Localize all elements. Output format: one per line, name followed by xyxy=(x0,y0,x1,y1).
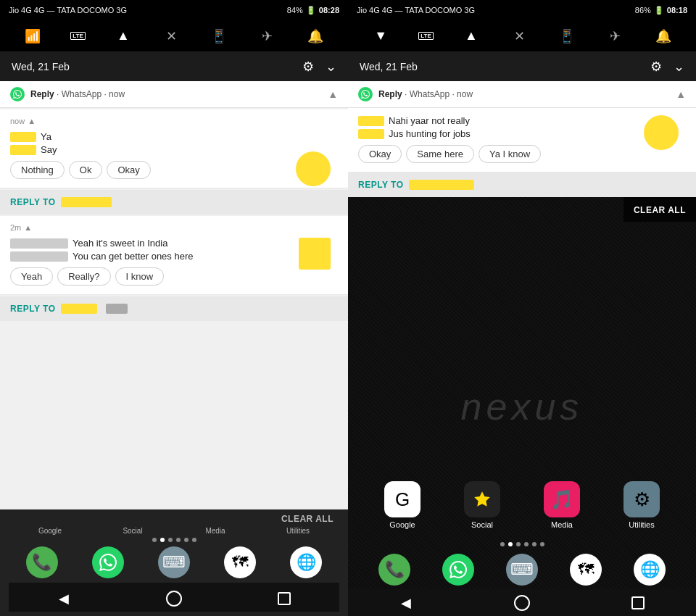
quick-reply-nothing[interactable]: Nothing xyxy=(10,161,65,179)
left-dock-apps[interactable]: 📞 ⌨ 🗺 🌐 xyxy=(9,546,339,578)
expand-icon[interactable]: ⌄ xyxy=(326,59,336,75)
left-quick-icons: 📶 LTE ▲ ✕ 📱 ✈ 🔔 xyxy=(0,20,348,52)
right-chevron-up-icon[interactable]: ▲ xyxy=(676,88,686,100)
left-dock-dots xyxy=(9,538,339,542)
dialer-app-icon[interactable]: ⌨ xyxy=(158,546,190,578)
dot-6 xyxy=(192,538,196,542)
right-notif1-quick-replies[interactable]: Okay Same here Ya I know xyxy=(358,145,686,163)
left-reply-to-bar-1[interactable]: REPLY TO xyxy=(0,190,348,215)
right-msg2-text: Jus hunting for jobs xyxy=(389,128,471,139)
right-clear-all-area[interactable]: CLEAR ALL xyxy=(624,197,696,222)
right-phone-icon[interactable]: 📞 xyxy=(378,554,410,586)
right-battery-icon: 🔋 xyxy=(654,6,664,15)
left-time: 08:28 xyxy=(319,6,339,14)
right-nav-bar[interactable]: ◀ xyxy=(348,588,696,616)
left-nav-bar[interactable]: ◀ xyxy=(9,583,339,612)
right-utilities-label: Utilities xyxy=(629,520,654,529)
right-quick-reply-yaiknow[interactable]: Ya I know xyxy=(478,145,541,163)
right-reply-to-bar[interactable]: REPLY TO xyxy=(348,172,696,197)
settings-icon[interactable]: ⚙ xyxy=(302,59,314,75)
signal-icon: ▲ xyxy=(113,28,133,43)
quick-reply-ok[interactable]: Ok xyxy=(69,161,103,179)
left-clear-all[interactable]: CLEAR ALL xyxy=(281,514,334,524)
bluetooth-off-icon: ✕ xyxy=(161,28,181,44)
left-notifications-area: Reply · WhatsApp · now ▲ now ▲ Ya xyxy=(0,81,348,509)
left-date-icons[interactable]: ⚙ ⌄ xyxy=(302,59,336,75)
right-home-media[interactable]: 🎵 Media xyxy=(544,481,580,529)
right-msg-row-1: Nahi yaar not really xyxy=(358,115,635,126)
right-clear-all-btn[interactable]: CLEAR ALL xyxy=(634,205,686,215)
quick-reply-yeah[interactable]: Yeah xyxy=(10,267,53,286)
right-notif1-header-text: Reply · WhatsApp · now xyxy=(378,89,670,99)
right-home-google[interactable]: G Google xyxy=(384,481,420,529)
left-notif1-card: now ▲ Ya Say Nothing Ok xyxy=(0,109,348,188)
left-notif2-avatar-big xyxy=(299,238,331,270)
left-reply-to-bar-2[interactable]: REPLY TO xyxy=(0,296,348,321)
right-back-button[interactable]: ◀ xyxy=(392,593,420,613)
recents-button-left[interactable] xyxy=(270,588,299,609)
right-home-utilities[interactable]: ⚙ Utilities xyxy=(624,481,660,529)
quick-reply-okay[interactable]: Okay xyxy=(107,161,150,179)
right-home-apps[interactable]: G Google Social 🎵 Media ⚙ Utilities xyxy=(348,481,696,529)
right-date-icons[interactable]: ⚙ ⌄ xyxy=(650,59,684,75)
chrome-app-icon[interactable]: 🌐 xyxy=(290,546,322,578)
whatsapp-app-icon[interactable] xyxy=(92,546,124,578)
right-google-icon[interactable]: G xyxy=(384,481,420,517)
airplane-icon: ✈ xyxy=(257,28,278,44)
right-reply-to-name xyxy=(409,180,474,190)
right-chrome-icon[interactable]: 🌐 xyxy=(634,554,666,586)
left-notif1-avatar-big xyxy=(296,151,331,186)
right-notif1-avatar-big xyxy=(644,115,679,150)
right-whatsapp-icon xyxy=(358,87,373,101)
right-date: Wed, 21 Feb xyxy=(360,61,418,72)
right-sender2-avatar xyxy=(358,129,384,139)
right-utilities-icon[interactable]: ⚙ xyxy=(624,481,660,517)
left-notif1-messages: Ya Say xyxy=(10,131,338,155)
right-home-social[interactable]: Social xyxy=(464,481,500,529)
right-status-bar: Jio 4G 4G — TATA DOCOMO 3G 86% 🔋 08:18 xyxy=(348,0,696,20)
dot-5 xyxy=(184,538,188,542)
left-notif1-reply: Reply xyxy=(30,89,54,99)
right-home-button[interactable] xyxy=(508,593,536,613)
left-status-right: 84% 🔋 08:28 xyxy=(287,6,339,15)
left-notif1-quick-replies[interactable]: Nothing Ok Okay xyxy=(10,161,338,179)
right-media-icon[interactable]: 🎵 xyxy=(544,481,580,517)
right-whatsapp-app-icon[interactable] xyxy=(442,554,474,586)
left-battery: 84% xyxy=(287,6,303,14)
left-reply-extra xyxy=(106,304,128,314)
home-button-left[interactable] xyxy=(160,588,188,609)
right-dialer-icon[interactable]: ⌨ xyxy=(506,554,538,586)
back-button-left[interactable]: ◀ xyxy=(49,588,78,609)
right-quick-reply-okay[interactable]: Okay xyxy=(358,145,402,163)
right-notif1-time: now xyxy=(457,89,473,99)
left-notif2-messages: Yeah it's sweet in India You can get bet… xyxy=(10,238,338,262)
left-bottom-dock: CLEAR ALL Google Social Media Utilities … xyxy=(0,509,348,616)
right-dot-1 xyxy=(500,542,505,546)
right-msg1-text: Nahi yaar not really xyxy=(389,115,470,126)
chevron-up-icon-1[interactable]: ▲ xyxy=(328,88,338,100)
right-expand-icon[interactable]: ⌄ xyxy=(674,59,684,75)
right-recents-button[interactable] xyxy=(624,593,652,613)
phone-icon: 📱 xyxy=(209,28,229,44)
left-carrier: Jio 4G 4G — TATA DOCOMO 3G xyxy=(9,6,127,14)
right-settings-icon[interactable]: ⚙ xyxy=(650,59,662,75)
quick-reply-really[interactable]: Really? xyxy=(57,267,110,286)
bell-icon: 🔔 xyxy=(305,28,326,44)
left-date: Wed, 21 Feb xyxy=(12,61,70,72)
left-notif2-quick-replies[interactable]: Yeah Really? I know xyxy=(10,267,338,286)
right-wifi-icon: ▼ xyxy=(370,28,391,43)
right-quick-reply-samehere[interactable]: Same here xyxy=(406,145,474,163)
phone-app-icon[interactable]: 📞 xyxy=(26,546,58,578)
nexus-homescreen: CLEAR ALL nexus G Google Social 🎵 Media … xyxy=(348,197,696,616)
left-date-bar: Wed, 21 Feb ⚙ ⌄ xyxy=(0,52,348,81)
right-social-icon[interactable] xyxy=(464,481,500,517)
dot-2 xyxy=(160,538,165,542)
quick-reply-iknow[interactable]: I know xyxy=(115,267,165,286)
right-dock-apps[interactable]: 📞 ⌨ 🗺 🌐 xyxy=(348,554,696,586)
right-dot-4 xyxy=(524,542,529,546)
left-notif1-source: WhatsApp xyxy=(62,89,102,99)
right-maps-icon[interactable]: 🗺 xyxy=(570,554,602,586)
right-battery: 86% xyxy=(635,6,651,14)
left-msg1-text: Ya xyxy=(41,131,51,142)
maps-app-icon[interactable]: 🗺 xyxy=(224,546,256,578)
